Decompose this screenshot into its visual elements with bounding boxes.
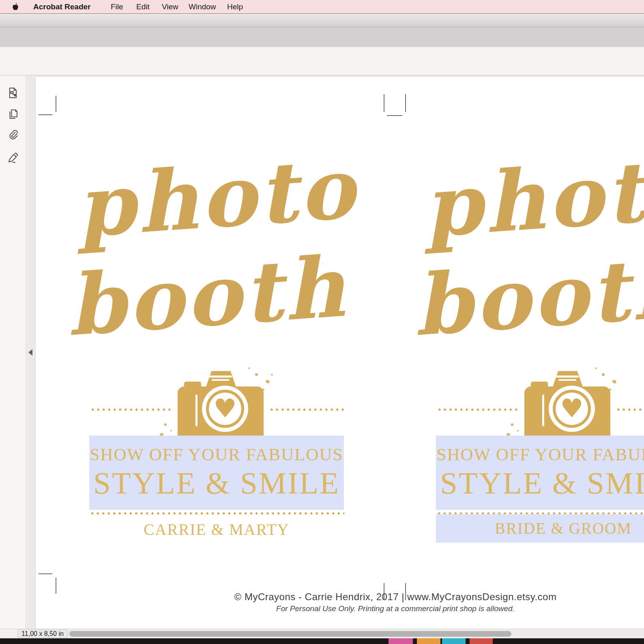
- dock-icon[interactable]: [442, 638, 466, 644]
- dock-icon[interactable]: [417, 638, 440, 644]
- card-title-booth: booth: [409, 241, 644, 352]
- dotted-divider: [90, 408, 171, 411]
- page-size-label: 11,00 x 8,50 in: [17, 629, 68, 638]
- menu-edit[interactable]: Edit: [136, 0, 150, 13]
- camera-heart-icon: ♥: [178, 367, 264, 442]
- crop-mark: [384, 94, 384, 112]
- dotted-divider: [269, 408, 345, 411]
- dock-icon[interactable]: [389, 638, 413, 644]
- tagline-line2: STYLE & SMILE: [436, 465, 644, 501]
- crop-mark: [405, 94, 406, 112]
- menu-file[interactable]: File: [111, 0, 123, 13]
- footer-license: For Personal Use Only. Printing at a com…: [122, 604, 644, 613]
- fill-sign-icon[interactable]: [7, 152, 19, 164]
- tagline-line2: STYLE & SMILE: [89, 465, 344, 501]
- tagline-line1: SHOW OFF YOUR FABULOUS: [436, 444, 644, 464]
- crop-mark: [39, 114, 52, 115]
- crop-mark: [387, 115, 402, 116]
- title-bar: 2UpPhotoBooth_Gold5x7_MyCrayons.pdf: [0, 14, 644, 27]
- card-title-photo: photo: [47, 141, 386, 255]
- menu-help[interactable]: Help: [227, 0, 243, 13]
- card-title-photo: photo: [395, 141, 644, 255]
- desktop-strip: [0, 638, 644, 644]
- dotted-divider: [616, 408, 644, 411]
- panel-collapse-arrow-icon[interactable]: [28, 349, 32, 356]
- attachments-icon[interactable]: [7, 129, 19, 141]
- menu-app-name[interactable]: Acrobat Reader: [33, 0, 91, 13]
- status-bar: 11,00 x 8,50 in: [0, 629, 644, 638]
- export-pdf-icon[interactable]: [7, 87, 19, 99]
- names-field-left[interactable]: CARRIE & MARTY: [89, 520, 344, 539]
- tagline-line1: SHOW OFF YOUR FABULOUS: [89, 444, 344, 464]
- dotted-divider: [437, 408, 518, 411]
- footer-credit: © MyCrayons - Carrie Hendrix, 2017 | www…: [122, 591, 644, 603]
- menu-view[interactable]: View: [162, 0, 178, 13]
- left-rail: [0, 75, 26, 638]
- toolbar: (1 of 1) 100%: [0, 47, 644, 75]
- horizontal-scrollbar[interactable]: [68, 629, 644, 638]
- card-title-booth: booth: [62, 241, 352, 352]
- menu-window[interactable]: Window: [189, 0, 216, 13]
- crop-mark: [56, 577, 56, 594]
- camera-heart-icon: ♥: [524, 367, 610, 442]
- page-copy-icon[interactable]: [7, 108, 19, 120]
- crop-mark: [39, 573, 52, 574]
- tagline-field-left[interactable]: SHOW OFF YOUR FABULOUS STYLE & SMILE: [89, 436, 344, 510]
- scrollbar-thumb[interactable]: [69, 631, 511, 637]
- menu-bar: Acrobat Reader File Edit View Window Hel…: [0, 0, 644, 14]
- heart-glyph: ♥: [202, 386, 248, 432]
- names-field-right[interactable]: BRIDE & GROOM: [436, 514, 644, 543]
- tagline-field-right[interactable]: SHOW OFF YOUR FABULOUS STYLE & SMILE: [436, 436, 644, 510]
- dock-icon[interactable]: [470, 638, 493, 644]
- heart-glyph: ♥: [549, 386, 595, 432]
- dotted-divider: [90, 512, 344, 515]
- tab-bar: Home Tools 2UpPhotoBooth_... ×: [0, 27, 644, 47]
- crop-mark: [56, 96, 56, 112]
- apple-icon[interactable]: [11, 2, 19, 13]
